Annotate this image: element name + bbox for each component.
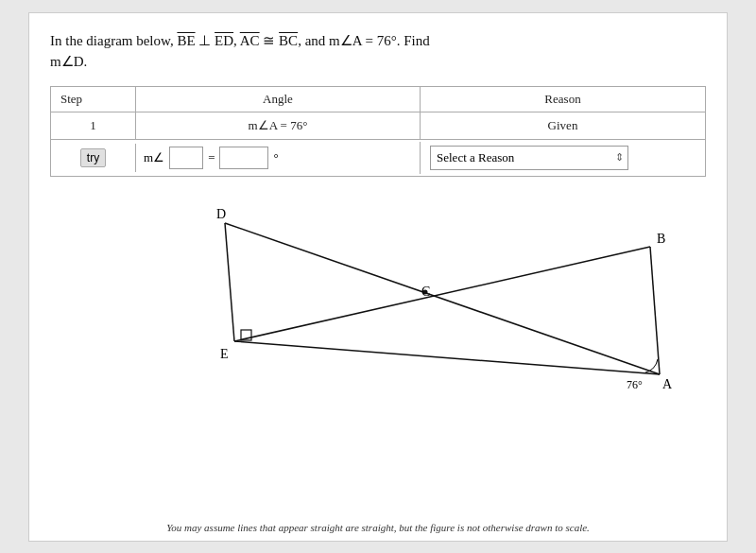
label-E: E xyxy=(220,347,229,361)
angle-name-input[interactable] xyxy=(169,147,203,169)
reason-select[interactable]: Select a Reason Given Definition of Perp… xyxy=(430,146,628,170)
svg-line-4 xyxy=(225,223,234,341)
svg-point-6 xyxy=(423,289,428,294)
equals-sign: = xyxy=(208,150,215,165)
degree-symbol: ° xyxy=(273,150,278,165)
segment-AC: AC xyxy=(240,33,260,48)
segment-BE: BE xyxy=(177,33,195,48)
reason-input-cell: Select a Reason Given Definition of Perp… xyxy=(421,141,705,175)
problem-statement: In the diagram below, BE ⊥ ED, AC ≅ BC, … xyxy=(50,30,706,73)
header-step: Step xyxy=(51,87,136,112)
table-input-row: try m∠ = ° Select a Reason Given Definit… xyxy=(51,140,705,176)
footnote: You may assume lines that appear straigh… xyxy=(29,522,727,533)
diagram: D B E C A 76° xyxy=(50,190,706,398)
angle-1: m∠A = 76° xyxy=(136,112,421,139)
svg-line-2 xyxy=(234,341,660,374)
svg-line-3 xyxy=(650,247,660,374)
angle-prefix: m∠ xyxy=(144,150,164,165)
segment-BC: BC xyxy=(279,33,298,48)
geometry-diagram: D B E C A 76° xyxy=(50,190,712,393)
angle-76-label: 76° xyxy=(627,378,643,391)
reason-1: Given xyxy=(421,112,705,139)
angle-input-cell: m∠ = ° xyxy=(136,142,421,174)
try-cell: try xyxy=(51,144,136,172)
header-angle: Angle xyxy=(136,87,421,112)
proof-table: Step Angle Reason 1 m∠A = 76° Given try … xyxy=(50,86,706,177)
svg-line-1 xyxy=(234,247,650,341)
svg-line-0 xyxy=(225,223,660,374)
table-header: Step Angle Reason xyxy=(51,87,705,112)
angle-value-input[interactable] xyxy=(219,147,268,169)
step-1: 1 xyxy=(51,112,136,139)
label-D: D xyxy=(216,207,226,221)
try-button[interactable]: try xyxy=(80,148,106,167)
reason-select-wrapper: Select a Reason Given Definition of Perp… xyxy=(430,146,628,170)
header-reason: Reason xyxy=(421,87,705,112)
table-row-1: 1 m∠A = 76° Given xyxy=(51,112,705,140)
segment-ED: ED xyxy=(215,33,233,48)
label-B: B xyxy=(657,232,665,246)
main-page: In the diagram below, BE ⊥ ED, AC ≅ BC, … xyxy=(28,12,728,542)
label-A: A xyxy=(662,377,673,391)
